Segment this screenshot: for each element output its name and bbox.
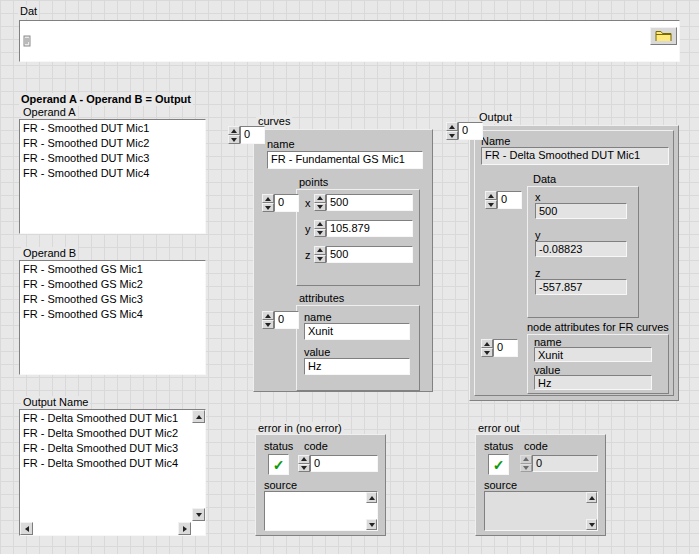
increment-button[interactable] bbox=[314, 246, 326, 255]
output-name-label: Output Name bbox=[21, 396, 90, 409]
list-item[interactable]: FR - Smoothed DUT Mic4 bbox=[20, 165, 205, 180]
list-item[interactable]: FR - Delta Smoothed DUT Mic4 bbox=[20, 455, 205, 470]
arrow-down-icon bbox=[449, 134, 455, 138]
node-attributes-index-control: 0 bbox=[481, 339, 518, 357]
index-decrement-button[interactable] bbox=[481, 348, 493, 357]
attributes-cluster: name Xunit value Hz bbox=[296, 305, 420, 391]
output-name-listbox[interactable]: FR - Delta Smoothed DUT Mic1 FR - Delta … bbox=[19, 409, 206, 536]
scroll-up-button[interactable] bbox=[366, 492, 377, 503]
index-increment-button[interactable] bbox=[228, 126, 240, 135]
arrow-up-icon bbox=[317, 222, 323, 226]
arrow-up-icon bbox=[231, 129, 237, 133]
attribute-name-value: Xunit bbox=[534, 347, 652, 362]
decrement-button[interactable] bbox=[314, 229, 326, 238]
index-increment-button[interactable] bbox=[262, 194, 274, 203]
increment-button[interactable] bbox=[298, 455, 310, 464]
operand-a-listbox[interactable]: FR - Smoothed DUT Mic1 FR - Smoothed DUT… bbox=[19, 119, 206, 234]
arrow-up-icon bbox=[265, 197, 271, 201]
arrow-down-icon bbox=[317, 205, 323, 209]
code-label: code bbox=[304, 440, 328, 453]
increment-button[interactable] bbox=[314, 194, 326, 203]
arrow-down-icon bbox=[523, 466, 529, 470]
increment-button[interactable] bbox=[314, 220, 326, 229]
y-spinner bbox=[314, 220, 326, 237]
list-item[interactable]: FR - Smoothed GS Mic2 bbox=[20, 276, 205, 291]
scroll-up-button[interactable] bbox=[586, 492, 597, 503]
z-label: z bbox=[305, 249, 311, 262]
curve-name-input[interactable]: FR - Fundamental GS Mic1 bbox=[267, 151, 423, 169]
y-input[interactable]: 105.879 bbox=[326, 220, 413, 237]
arrow-down-icon bbox=[301, 466, 307, 470]
data-index-field[interactable]: 0 bbox=[497, 191, 522, 209]
attribute-value-input[interactable]: Hz bbox=[304, 358, 410, 375]
decrement-button[interactable] bbox=[298, 464, 310, 473]
browse-button[interactable] bbox=[650, 27, 677, 45]
arrow-up-icon bbox=[523, 457, 529, 461]
points-index-field[interactable]: 0 bbox=[274, 194, 299, 212]
curve-name-label: name bbox=[267, 138, 295, 151]
scroll-up-button[interactable] bbox=[192, 410, 205, 423]
scroll-left-button[interactable] bbox=[20, 522, 33, 535]
attribute-value-value: Hz bbox=[534, 375, 652, 390]
output-cluster: Name FR - Delta Smoothed DUT Mic1 Data 0… bbox=[469, 125, 679, 401]
error-in-code-input[interactable]: 0 bbox=[310, 455, 378, 472]
index-decrement-button[interactable] bbox=[262, 320, 274, 329]
check-icon: ✓ bbox=[273, 457, 285, 473]
arrow-left-icon bbox=[25, 526, 29, 532]
arrow-down-icon bbox=[231, 138, 237, 142]
decrement-button[interactable] bbox=[314, 203, 326, 212]
scroll-down-button[interactable] bbox=[192, 508, 205, 521]
output-name-field: FR - Delta Smoothed DUT Mic1 bbox=[481, 147, 669, 165]
data-cluster: x 500 y -0.08823 z -557.857 bbox=[527, 186, 639, 318]
node-attributes-index-field[interactable]: 0 bbox=[493, 339, 518, 357]
list-item[interactable]: FR - Smoothed GS Mic3 bbox=[20, 291, 205, 306]
error-in-status-led[interactable]: ✓ bbox=[268, 454, 289, 475]
list-item[interactable]: FR - Smoothed GS Mic4 bbox=[20, 306, 205, 321]
arrow-down-icon bbox=[265, 206, 271, 210]
index-decrement-button[interactable] bbox=[485, 200, 497, 209]
attribute-name-input[interactable]: Xunit bbox=[304, 323, 410, 340]
z-input[interactable]: 500 bbox=[326, 246, 413, 263]
index-increment-button[interactable] bbox=[485, 191, 497, 200]
scroll-down-button[interactable] bbox=[366, 519, 377, 530]
x-value: 500 bbox=[535, 203, 627, 219]
data-label: Data bbox=[533, 173, 556, 186]
x-label: x bbox=[305, 197, 311, 210]
index-increment-button[interactable] bbox=[262, 311, 274, 320]
output-index-field[interactable]: 0 bbox=[458, 122, 483, 140]
list-item[interactable]: FR - Smoothed DUT Mic3 bbox=[20, 150, 205, 165]
list-item[interactable]: FR - Delta Smoothed DUT Mic3 bbox=[20, 440, 205, 455]
arrow-up-icon bbox=[301, 457, 307, 461]
list-item[interactable]: FR - Smoothed DUT Mic1 bbox=[20, 120, 205, 135]
arrow-down-icon bbox=[317, 231, 323, 235]
scroll-right-button[interactable] bbox=[178, 522, 191, 535]
dat-path-input[interactable] bbox=[19, 20, 680, 62]
decrement-button[interactable] bbox=[314, 255, 326, 264]
attributes-index-field[interactable]: 0 bbox=[274, 311, 299, 329]
index-increment-button[interactable] bbox=[481, 339, 493, 348]
scroll-down-button[interactable] bbox=[586, 519, 597, 530]
error-in-source-input[interactable] bbox=[264, 491, 378, 531]
list-item[interactable]: FR - Delta Smoothed DUT Mic1 bbox=[20, 410, 205, 425]
x-input[interactable]: 500 bbox=[326, 194, 413, 211]
error-in-cluster: status ✓ code 0 source bbox=[255, 434, 386, 536]
list-item[interactable]: FR - Smoothed DUT Mic2 bbox=[20, 135, 205, 150]
error-out-cluster: status ✓ code 0 source bbox=[475, 434, 606, 536]
curves-index-field[interactable]: 0 bbox=[240, 126, 265, 144]
list-item[interactable]: FR - Smoothed GS Mic1 bbox=[20, 261, 205, 276]
index-decrement-button[interactable] bbox=[228, 135, 240, 144]
attributes-label: attributes bbox=[299, 292, 344, 305]
arrow-right-icon bbox=[183, 526, 187, 532]
index-decrement-button[interactable] bbox=[262, 203, 274, 212]
index-decrement-button[interactable] bbox=[446, 131, 458, 140]
y-value: -0.08823 bbox=[535, 241, 627, 257]
operand-b-listbox[interactable]: FR - Smoothed GS Mic1 FR - Smoothed GS M… bbox=[19, 260, 206, 375]
list-item[interactable]: FR - Delta Smoothed DUT Mic2 bbox=[20, 425, 205, 440]
curves-cluster: name FR - Fundamental GS Mic1 points 0 x… bbox=[253, 129, 433, 392]
arrow-down-icon bbox=[488, 203, 494, 207]
code-spinner bbox=[298, 455, 310, 472]
check-icon: ✓ bbox=[493, 457, 505, 473]
index-increment-button[interactable] bbox=[446, 122, 458, 131]
arrow-down-icon bbox=[484, 351, 490, 355]
operand-a-label: Operand A bbox=[21, 106, 78, 119]
